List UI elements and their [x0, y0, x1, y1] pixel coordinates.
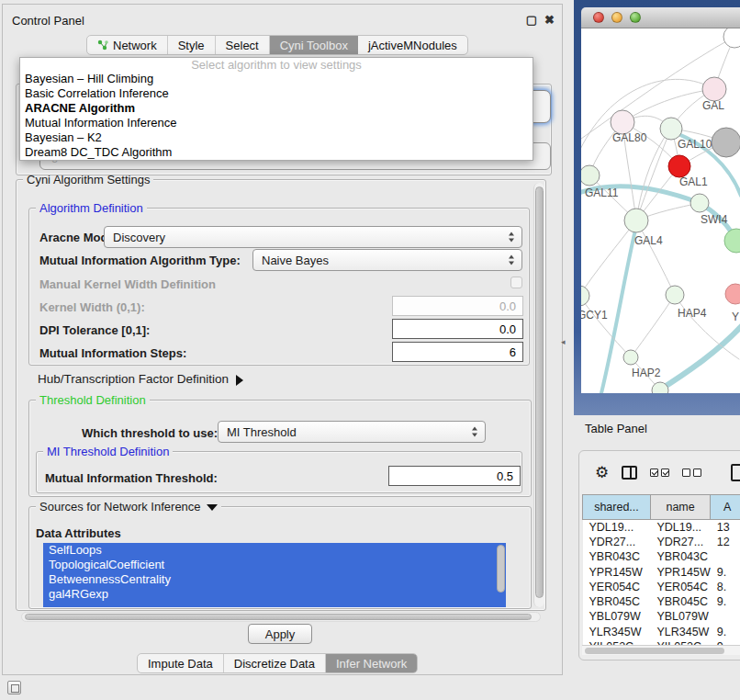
node-label: GAL: [702, 99, 724, 112]
manual-kernel-checkbox[interactable]: [510, 277, 522, 288]
tab-label: Style: [178, 39, 205, 52]
network-node-hap4[interactable]: [666, 286, 684, 304]
algorithm-option-bayesian-k2[interactable]: Bayesian – K2: [20, 130, 533, 145]
column-header-shared[interactable]: shared...: [583, 495, 651, 520]
attribute-item-gal4rgexp[interactable]: gal4RGexp: [43, 587, 506, 602]
tab-infer-network[interactable]: Infer Network: [326, 654, 417, 672]
which-threshold-combo[interactable]: MI Threshold: [218, 421, 486, 443]
network-node-gal11[interactable]: [581, 165, 600, 186]
split-columns-icon[interactable]: [622, 466, 637, 480]
attribute-item-selfloops[interactable]: SelfLoops: [43, 543, 506, 558]
tab-impute-data[interactable]: Impute Data: [138, 654, 224, 672]
network-node-swi4[interactable]: [690, 194, 709, 212]
tab-label: Cyni Toolbox: [280, 39, 348, 52]
node-attribute-table[interactable]: shared...nameA YDL19...YDL19...13YDR27..…: [582, 494, 740, 654]
tab-cyni-toolbox[interactable]: Cyni Toolbox: [270, 36, 358, 54]
network-node-hap2[interactable]: [623, 350, 638, 365]
settings-hscrollbar-thumb[interactable]: [25, 614, 532, 620]
network-edge[interactable]: [655, 321, 740, 393]
network-node-gal[interactable]: [702, 77, 726, 101]
collapsed-panel-icon[interactable]: [7, 681, 21, 694]
table-row[interactable]: YBL079WYBL079W: [583, 609, 740, 624]
algorithm-option-mutual-information-inference[interactable]: Mutual Information Inference: [20, 116, 533, 130]
network-edge[interactable]: [631, 295, 675, 357]
table-row[interactable]: YER054CYER054C8.: [583, 580, 740, 594]
network-node-gal4[interactable]: [624, 209, 648, 232]
dpi-tolerance-field[interactable]: 0.0: [392, 319, 523, 339]
page-icon[interactable]: [731, 464, 740, 481]
table-hscrollbar-track[interactable]: [582, 645, 740, 655]
table-row[interactable]: YDL19...YDL19...13: [583, 520, 740, 535]
network-node-gcy1[interactable]: [581, 286, 589, 306]
aracne-mode-value: Discovery: [113, 231, 165, 244]
network-window-titlebar[interactable]: [581, 7, 740, 28]
close-traffic-light-icon[interactable]: [593, 12, 604, 23]
algorithm-option-dream8-dc-tdc-algorithm[interactable]: Dream8 DC_TDC Algorithm: [20, 145, 533, 160]
apply-button[interactable]: Apply: [248, 624, 312, 644]
mi-type-combo[interactable]: Naive Bayes: [252, 249, 522, 271]
network-node-gal10[interactable]: [660, 118, 682, 140]
select-all-columns-icon[interactable]: [650, 469, 669, 477]
table-row[interactable]: YDR27...YDR27...12: [583, 535, 740, 549]
gear-icon[interactable]: ⚙: [595, 465, 609, 480]
tab-jactivemnodules[interactable]: jActiveMNodules: [358, 36, 467, 54]
network-tab-icon: [97, 40, 108, 51]
table-cell: YPR145W: [583, 564, 651, 579]
table-cell: 9.: [711, 625, 740, 639]
column-header-name[interactable]: name: [650, 495, 710, 520]
table-row[interactable]: YPR145WYPR145W9.: [583, 564, 740, 579]
close-window-icon[interactable]: ✖: [544, 13, 555, 27]
column-header-a[interactable]: A: [711, 495, 740, 520]
network-edge[interactable]: [636, 220, 675, 295]
algorithm-option-basic-correlation-inference[interactable]: Basic Correlation Inference: [20, 86, 533, 101]
settings-scrollbar-track[interactable]: [533, 183, 544, 607]
attributes-scrollbar-thumb[interactable]: [497, 545, 505, 593]
tab-discretize-data[interactable]: Discretize Data: [224, 654, 326, 672]
table-row[interactable]: YBR045CYBR045C9.: [583, 594, 740, 609]
network-edge[interactable]: [675, 295, 739, 359]
tab-select[interactable]: Select: [216, 36, 270, 54]
network-node[interactable]: [712, 128, 740, 157]
hub-definition-toggle[interactable]: Hub/Transcription Factor Definition: [38, 372, 243, 386]
table-row[interactable]: YBR043CYBR043C: [583, 549, 740, 564]
network-node[interactable]: [723, 28, 740, 48]
mi-threshold-label: Mutual Information Threshold:: [45, 471, 218, 485]
tab-style[interactable]: Style: [168, 36, 216, 54]
sources-title-text: Sources for Network Inference: [39, 500, 201, 514]
network-node[interactable]: [724, 229, 740, 253]
mi-threshold-field[interactable]: 0.5: [388, 466, 521, 486]
network-canvas[interactable]: GALGAL80GAL10GAL1GAL11GAL4SWI4GCY1HAP4YH…: [581, 28, 740, 393]
settings-scrollbar-thumb[interactable]: [535, 186, 544, 598]
deselect-all-columns-icon[interactable]: [682, 469, 701, 477]
table-cell: 13: [711, 520, 740, 535]
network-node-y[interactable]: [725, 284, 740, 304]
panel-divider-handle[interactable]: ◂: [561, 337, 568, 346]
node-label: SWI4: [701, 213, 728, 226]
algorithm-option-aracne-algorithm[interactable]: ARACNE Algorithm: [20, 101, 533, 116]
algorithm-definition-title: Algorithm Definition: [36, 201, 147, 215]
zoom-traffic-light-icon[interactable]: [630, 12, 641, 23]
spinner-arrows-icon: [508, 232, 516, 243]
network-edge[interactable]: [581, 296, 631, 357]
tab-label: Select: [226, 39, 259, 52]
mi-type-label: Mutual Information Algorithm Type:: [39, 254, 241, 267]
sources-group-title[interactable]: Sources for Network Inference: [36, 500, 221, 514]
tab-label: Impute Data: [148, 657, 213, 671]
table-row[interactable]: YLR345WYLR345W9.: [583, 625, 740, 639]
table-hscrollbar-thumb[interactable]: [585, 648, 724, 654]
network-node-gal1[interactable]: [668, 155, 690, 177]
settings-hscrollbar-track[interactable]: [21, 612, 541, 622]
node-label: GAL1: [679, 175, 708, 188]
restore-window-icon[interactable]: ▢: [526, 13, 537, 27]
mi-steps-field[interactable]: 6: [392, 342, 523, 362]
algorithm-dropdown-popup: Select algorithm to view settings Bayesi…: [19, 57, 533, 161]
attribute-item-topologicalcoefficient[interactable]: TopologicalCoefficient: [43, 558, 506, 572]
algorithm-option-bayesian-hill-climbing[interactable]: Bayesian – Hill Climbing: [20, 72, 533, 86]
kernel-width-field[interactable]: 0.0: [392, 296, 523, 316]
aracne-mode-combo[interactable]: Discovery: [104, 226, 522, 248]
minimize-traffic-light-icon[interactable]: [611, 12, 622, 23]
attribute-item-betweennesscentrality[interactable]: BetweennessCentrality: [43, 572, 506, 587]
data-attributes-list[interactable]: SelfLoopsTopologicalCoefficientBetweenne…: [43, 543, 506, 607]
control-panel: Control Panel ▢ ✖ NetworkStyleSelectCyni…: [2, 4, 563, 675]
tab-network[interactable]: Network: [87, 36, 168, 54]
